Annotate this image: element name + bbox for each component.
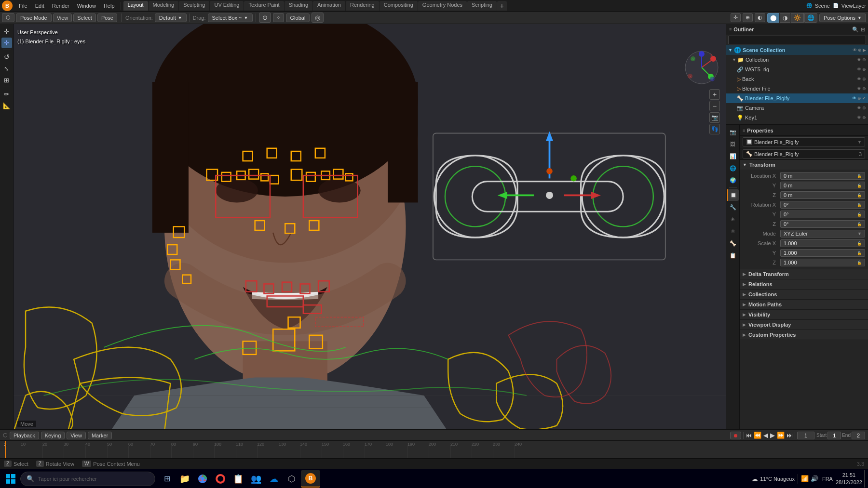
back-vis[interactable]: 👁 — [857, 77, 861, 81]
prop-icon-world[interactable]: 🌍 — [727, 174, 739, 186]
tab-scripting[interactable]: Scripting — [467, 1, 497, 11]
snap-btn[interactable]: ⁘ — [273, 13, 284, 22]
drag-dropdown[interactable]: Select Box ~▼ — [208, 13, 253, 22]
relations-header[interactable]: ▶ Relations — [740, 279, 868, 289]
rotate-tool[interactable]: ↺ — [1, 52, 12, 62]
app-logo[interactable]: B — [2, 0, 13, 11]
tab-rendering[interactable]: Rendering — [346, 1, 379, 11]
tab-shading[interactable]: Shading — [285, 1, 312, 11]
xray-toggle[interactable]: ◐ — [755, 13, 765, 22]
transform-section-header[interactable]: ▼ Transform — [740, 160, 868, 170]
clock[interactable]: 21:51 28/12/2022 — [836, 472, 862, 486]
mode-select[interactable]: XYZ Euler ▼ — [780, 230, 865, 237]
navigation-gizmo[interactable]: X Y Z -X -Y -Z — [683, 49, 720, 86]
key1-vis[interactable]: 👁 — [857, 115, 861, 120]
armature-name-field[interactable]: Blender File_Rigify — [754, 151, 857, 157]
collection-vis-icon[interactable]: 👁 — [857, 57, 861, 62]
play-reverse-btn[interactable]: ◀ — [763, 432, 768, 439]
rigify-vis[interactable]: 👁 — [852, 96, 856, 101]
outliner-filter-btn[interactable]: 🔍 — [852, 26, 859, 33]
start-button[interactable] — [2, 470, 19, 488]
scene-collection-row[interactable]: ▼ 🌐 Scene Collection 👁 ⊕ ▶ — [726, 45, 868, 55]
outliner-row-wgt5[interactable]: 🔗 WGT5_rig 👁 ⊕ — [726, 65, 868, 74]
timeline-ruler[interactable]: 1 10 20 30 40 50 60 70 80 90 — [0, 441, 868, 458]
cloud-icon[interactable]: ☁ — [751, 475, 758, 483]
rotation-y-field[interactable]: 0° 🔒 — [780, 211, 865, 218]
proportional-btn[interactable]: ◎ — [312, 13, 324, 23]
viewport-overlay[interactable]: ⊕ — [743, 13, 753, 22]
taskbar-app5[interactable]: 📋 — [230, 470, 247, 488]
outliner-row-key1[interactable]: 💡 Key1 👁 ⊕ — [726, 113, 868, 122]
pose-options-btn[interactable]: Pose Options▼ — [819, 13, 866, 22]
prop-icon-constraints[interactable]: 🦴 — [727, 237, 739, 249]
pose-menu-btn[interactable]: Pose — [97, 13, 117, 22]
collection-render-icon[interactable]: ⊕ — [862, 57, 866, 62]
object-name-field[interactable]: Blender File_Rigify — [754, 139, 856, 145]
taskbar-network[interactable]: 📶 — [801, 475, 809, 482]
visibility-header[interactable]: ▶ Visibility — [740, 310, 868, 319]
current-frame-input[interactable] — [797, 432, 814, 439]
solid-view-btn[interactable]: ⬤ — [767, 13, 779, 23]
material-view-btn[interactable]: ◑ — [780, 13, 790, 23]
transform-tool[interactable]: ⊞ — [1, 75, 12, 85]
wgt-vis[interactable]: 👁 — [857, 67, 861, 72]
pose-mode-btn[interactable]: Pose Mode — [16, 13, 52, 22]
cursor-tool[interactable]: ✛ — [1, 26, 12, 37]
menu-help[interactable]: Help — [100, 2, 118, 10]
jump-end-btn[interactable]: ⏭ — [787, 432, 793, 439]
collections-header[interactable]: ▶ Collections — [740, 290, 868, 299]
rendered-view-btn[interactable]: 🌐 — [804, 13, 817, 23]
key1-render[interactable]: ⊕ — [862, 115, 866, 120]
playback-btn[interactable]: Playback — [10, 432, 39, 439]
prop-icon-scene[interactable]: 🌐 — [727, 162, 739, 174]
tab-compositing[interactable]: Compositing — [380, 1, 418, 11]
select-menu-btn[interactable]: Select — [73, 13, 96, 22]
location-z-field[interactable]: 0 m 🔒 — [780, 191, 865, 199]
taskbar-taskview[interactable]: ⊞ — [158, 470, 176, 488]
tab-sculpting[interactable]: Sculpting — [179, 1, 209, 11]
tab-geometry[interactable]: Geometry Nodes — [418, 1, 467, 11]
scale-x-field[interactable]: 1.000 🔒 — [780, 239, 865, 247]
taskbar-app7[interactable]: ☁ — [265, 470, 283, 488]
play-btn[interactable]: ▶ — [770, 432, 775, 439]
prop-icon-data[interactable]: 📋 — [727, 250, 739, 261]
rigify-select[interactable]: ✔ — [862, 96, 866, 101]
taskbar-chrome[interactable] — [194, 470, 211, 488]
tab-uv-editing[interactable]: UV Editing — [210, 1, 244, 11]
tab-texture-paint[interactable]: Texture Paint — [244, 1, 284, 11]
scale-z-field[interactable]: 1.000 🔒 — [780, 259, 865, 266]
outliner-row-rigify[interactable]: 🦴 Blender File_Rigify 👁 ⊕ ✔ — [726, 93, 868, 103]
outliner-search[interactable] — [728, 36, 866, 44]
taskbar-search[interactable]: 🔍 Taper ici pour rechercher — [20, 472, 155, 486]
rotation-x-field[interactable]: 0° 🔒 — [780, 201, 865, 209]
delta-transform-header[interactable]: ▶ Delta Transform — [740, 269, 868, 279]
cam-render[interactable]: ⊕ — [862, 106, 866, 110]
custom-props-header[interactable]: ▶ Custom Properties — [740, 330, 868, 340]
marker-btn[interactable]: Marker — [88, 432, 112, 439]
location-x-field[interactable]: 0 m 🔒 — [780, 172, 865, 180]
prop-icon-view[interactable]: 📊 — [727, 150, 739, 162]
show-desktop-btn[interactable] — [864, 470, 866, 488]
menu-window[interactable]: Window — [74, 2, 99, 10]
camera-view-btn[interactable]: 📷 — [709, 112, 720, 123]
taskbar-opera[interactable]: ⭕ — [212, 470, 229, 488]
cam-vis[interactable]: 👁 — [857, 106, 861, 110]
outliner-row-camera[interactable]: 📷 Camera 👁 ⊕ — [726, 103, 868, 113]
prop-icon-output[interactable]: 🖼 — [727, 138, 739, 150]
walk-nav-btn[interactable]: 👣 — [709, 124, 720, 134]
outliner-row-collection[interactable]: ▼ 📁 Collection 👁 ⊕ — [726, 55, 868, 65]
timeline-expand[interactable]: ⬡ — [3, 432, 8, 438]
end-frame-input[interactable] — [852, 432, 865, 439]
tab-layout[interactable]: Layout — [123, 1, 148, 11]
menu-render[interactable]: Render — [49, 2, 73, 10]
bf-render[interactable]: ⊕ — [862, 86, 866, 91]
scale-y-field[interactable]: 1.000 🔒 — [780, 249, 865, 257]
location-y-field[interactable]: 0 m 🔒 — [780, 182, 865, 189]
viewport-3d[interactable]: User Perspective (1) Blender File_Rigify… — [14, 24, 726, 429]
prop-icon-particles[interactable]: ✳ — [727, 213, 739, 225]
move-tool[interactable]: ✛ — [1, 38, 12, 48]
zoom-in-btn[interactable]: + — [709, 89, 720, 100]
zoom-out-btn[interactable]: − — [709, 101, 720, 111]
transform-btn[interactable]: Global — [286, 13, 310, 22]
jump-start-btn[interactable]: ⏮ — [746, 432, 752, 439]
